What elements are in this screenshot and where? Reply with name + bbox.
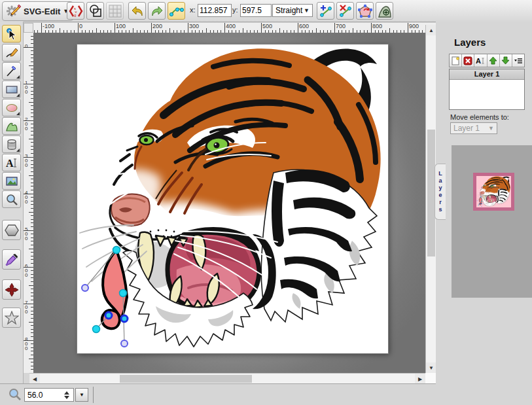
zoom-spinner-icon[interactable] [64,391,69,399]
canvas-thumbnail[interactable] [473,173,514,211]
delete-layer-icon [463,56,472,65]
eyedropper-icon [5,253,19,267]
ruler-tick [389,28,390,33]
tool-select[interactable] [2,25,21,43]
tool-zoom[interactable] [2,190,21,208]
y-coordinate-input[interactable] [240,4,272,17]
path-tool-icon [5,120,18,133]
x-coordinate-input[interactable] [198,4,232,17]
tool-pencil[interactable] [2,44,21,62]
ruler-tick [169,28,170,33]
delete-layer-button[interactable] [462,54,474,67]
ruler-label: 5 0 0 [25,227,27,241]
ruler-tick [261,23,262,33]
layer-up-icon [489,56,497,65]
ruler-tick [60,28,60,33]
svg-text:A: A [6,158,14,169]
ruler-tick [133,28,133,33]
tool-eyedropper[interactable] [2,249,21,270]
thumbnail-scene [476,176,511,207]
grid-snap-button[interactable] [106,2,124,20]
ellipse-tool-icon [5,101,18,114]
image-tool-icon [5,175,18,188]
add-subpath-button[interactable] [376,2,393,20]
scrollbar-corner [425,373,436,383]
zoom-preset-dropdown[interactable]: ▼ [75,388,88,402]
scroll-right-button[interactable]: ▶ [415,374,425,384]
link-control-points-toggle[interactable] [168,2,185,20]
tool-ellipse[interactable] [2,99,21,116]
scroll-left-button[interactable]: ◀ [29,374,40,384]
undo-icon [130,4,145,18]
move-layer-down-button[interactable] [500,54,512,67]
zoom-value-input[interactable] [25,390,60,400]
svg-edit-logo-icon [7,4,21,18]
tool-rectangle[interactable] [2,80,21,98]
scroll-up-button[interactable]: ▲ [426,25,436,35]
segment-type-select[interactable]: Straight ▼ [272,4,313,17]
redo-button[interactable] [148,2,166,20]
tool-line[interactable] [2,62,21,80]
star-shape-icon [5,311,19,325]
new-layer-button[interactable] [450,54,462,67]
horizontal-scroll-thumb[interactable] [120,375,252,383]
tool-star[interactable] [2,308,21,328]
tool-text[interactable]: A [2,154,21,171]
ruler-tick [29,249,33,249]
ruler-label: 4 0 0 [25,190,27,204]
ruler-label: 2 0 0 [25,117,27,131]
ruler-tick [243,28,243,33]
zoom-tool-icon [5,193,18,206]
pencil-tool-icon [5,46,18,60]
tool-cross-shape[interactable] [2,279,21,300]
ruler-tick [96,28,97,33]
tool-shape-library[interactable] [2,135,21,153]
delete-node-button[interactable] [336,2,354,20]
layers-panel-collapse-handle[interactable]: Layers [434,164,446,220]
zoom-magnifier-icon [8,387,22,402]
ruler-label: 100 [116,24,126,29]
edit-source-button[interactable]: s v g [67,2,84,20]
ruler-tick [206,28,207,33]
ruler-tick [29,285,33,286]
ruler-tick [316,28,317,33]
text-tool-icon: A [5,156,18,169]
open-close-path-button[interactable] [356,2,374,20]
ruler-label: 500 [262,24,272,29]
layer-list-header[interactable]: Layer 1 [450,69,524,80]
undo-button[interactable] [128,2,146,20]
add-node-icon [319,4,333,18]
scroll-down-button[interactable]: ▼ [426,362,436,373]
tool-path[interactable] [2,117,21,135]
ruler-label: 8 0 0 [25,337,27,351]
wireframe-mode-button[interactable] [86,2,104,20]
tool-image[interactable] [2,172,21,190]
zoom-spinbox[interactable] [24,388,74,402]
drawing-scene[interactable] [77,44,388,353]
ruler-tick [353,28,353,33]
grid-icon [109,5,122,18]
main-menu-button[interactable]: SVG-Edit ▼ [2,1,73,21]
ruler-tick [29,212,33,213]
layer-list-menu-button[interactable] [512,54,524,67]
add-node-button[interactable] [317,2,334,20]
polygon-shape-icon [5,223,19,238]
tool-palette: A [0,22,24,405]
move-elements-select[interactable]: Layer 1 ▼ [450,122,497,134]
move-layer-up-button[interactable] [488,54,500,67]
ruler-label: 7 0 0 [25,300,27,314]
ruler-label: 800 [372,24,382,29]
ruler-tick [298,23,298,33]
document-preview-area [452,145,532,298]
ruler-tick [188,23,188,33]
layer-list[interactable]: Layer 1 [449,69,525,110]
svg-canvas[interactable] [77,44,388,353]
canvas-workspace[interactable] [33,33,425,373]
cylinder-shape-icon [5,138,18,151]
link-control-points-icon [169,4,184,18]
rename-layer-icon: A [476,56,485,65]
layers-panel: Layers A [436,22,532,405]
rename-layer-button[interactable]: A [474,54,487,67]
tool-polygon[interactable] [2,220,21,240]
horizontal-scrollbar[interactable]: ◀ ▶ [29,373,425,383]
